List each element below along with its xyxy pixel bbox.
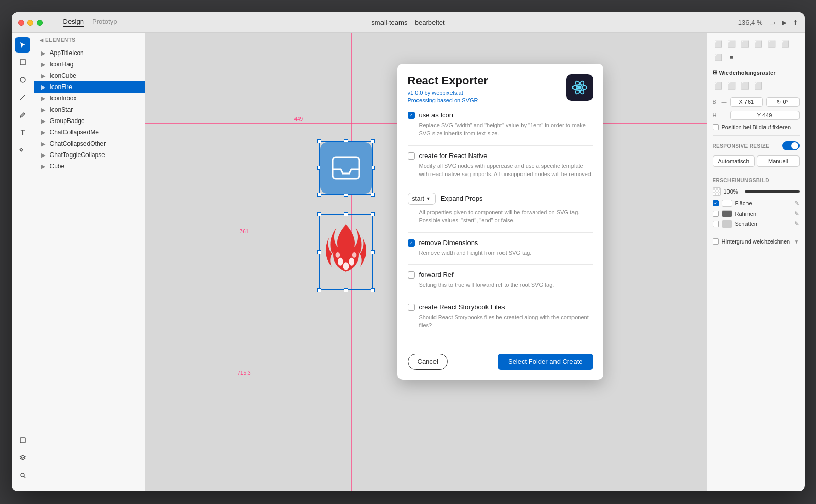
rahmen-swatch[interactable] (722, 210, 732, 217)
layer-item-app-title-icon[interactable]: ▶ AppTitleIcon (34, 47, 145, 59)
dash-icon: — (722, 99, 727, 105)
right-panel-toolbar: ⬜ ⬜ ⬜ ⬜ ⬜ ⬜ ⬜ ≡ (713, 38, 800, 63)
device-icon[interactable]: ▭ (769, 19, 775, 26)
responsive-resize-toggle[interactable] (782, 141, 800, 150)
search-tool[interactable] (15, 467, 30, 483)
h-label: H (713, 112, 719, 118)
y-field[interactable]: Y 449 (730, 111, 800, 120)
ellipse-tool[interactable] (15, 72, 30, 88)
layer-item-icon-flag[interactable]: ▶ IconFlag (34, 59, 145, 70)
opacity-fill (745, 190, 800, 193)
layer-item-icon-cube[interactable]: ▶ IconCube (34, 70, 145, 81)
tab-design[interactable]: Design (63, 18, 84, 27)
align-bottom-icon[interactable]: ⬜ (713, 51, 724, 63)
guide-label-715: 715,3 (237, 370, 250, 376)
option-desc: Modify all SVG nodes with uppercase and … (408, 162, 593, 179)
align-left-icon[interactable]: ⬜ (713, 38, 724, 49)
layer-item-chat-collapsed-other[interactable]: ▶ ChatCollapsedOther (34, 138, 145, 149)
option-use-as-icon: ✓ use as Icon Replace SVG "width" and "h… (408, 111, 593, 138)
align-top-icon[interactable]: ⬜ (766, 38, 777, 49)
rahmen-eyedropper[interactable]: ✎ (794, 210, 800, 217)
handle-tl[interactable] (317, 139, 321, 143)
expand-select[interactable]: start ▼ (408, 193, 436, 205)
flaeche-eyedropper[interactable]: ✎ (794, 200, 800, 207)
cancel-button[interactable]: Cancel (408, 354, 448, 370)
pen-tool[interactable] (15, 107, 30, 123)
bg-blur-chevron[interactable]: ▼ (794, 239, 800, 245)
option-title: create for React Native (419, 152, 488, 160)
flaeche-row: ✓ Fläche ✎ (713, 200, 800, 207)
grid-copy-1[interactable]: ⬜ (713, 80, 724, 91)
svg-point-11 (335, 252, 340, 258)
text-tool[interactable]: T (15, 125, 30, 140)
grid-copy-2[interactable]: ⬜ (726, 80, 737, 91)
fix-position-checkbox[interactable] (713, 124, 719, 130)
inbox-icon (320, 142, 372, 194)
layer-item-group-badge[interactable]: ▶ GroupBadge (34, 115, 145, 127)
select-folder-button[interactable]: Select Folder and Create (498, 354, 593, 370)
handle-br[interactable] (371, 193, 375, 197)
maximize-button[interactable] (37, 20, 43, 26)
layers-tool[interactable] (15, 450, 30, 465)
artboard-tool[interactable] (15, 432, 30, 448)
auto-button[interactable]: Automatisch (713, 155, 755, 167)
line-tool[interactable] (15, 90, 30, 105)
align-middle-icon[interactable]: ⬜ (779, 38, 791, 49)
option-header: ✓ remove Dimensions (408, 239, 593, 247)
handle-tr[interactable] (371, 139, 375, 143)
layer-item-icon-inbox[interactable]: ▶ IconInbox (34, 93, 145, 104)
grid-copy-4[interactable]: ⬜ (753, 80, 764, 91)
x-field[interactable]: X 761 (730, 97, 763, 107)
layer-item-chat-collapsed-me[interactable]: ▶ ChatCollapsedMe (34, 127, 145, 138)
layer-label: IconCube (50, 72, 76, 79)
svg-point-1 (20, 77, 25, 82)
handle-bl[interactable] (317, 193, 321, 197)
option-remove-dimensions: ✓ remove Dimensions Remove width and hei… (408, 239, 593, 257)
modal-subtitle-processing: Processing based on SVGR (408, 97, 489, 105)
divider (408, 264, 593, 265)
checkbox-storybook[interactable] (408, 304, 415, 311)
more-icon[interactable]: ≡ (726, 51, 737, 63)
layers-arrow[interactable]: ◀ (40, 38, 44, 43)
tab-prototyp[interactable]: Prototyp (92, 18, 117, 27)
layer-label: GroupBadge (50, 117, 85, 125)
share-icon[interactable]: ⬆ (793, 19, 798, 26)
checkbox-react-native[interactable] (408, 152, 415, 160)
option-title: use as Icon (419, 111, 454, 119)
window-title: small-teams – bearbeitet (371, 19, 444, 26)
minimize-button[interactable] (27, 20, 33, 26)
close-button[interactable] (18, 20, 24, 26)
flaeche-checkbox[interactable]: ✓ (713, 200, 719, 206)
grid-copy-3[interactable]: ⬜ (739, 80, 751, 91)
layer-item-cube[interactable]: ▶ Cube (34, 161, 145, 172)
zoom-level[interactable]: 136,4 % (738, 19, 763, 26)
distribute-icon[interactable]: ⬜ (753, 38, 764, 49)
position-row: B — X 761 ↻ 0° (713, 97, 800, 107)
titlebar-right: 136,4 % ▭ ▶ ⬆ (738, 19, 798, 26)
option-expand-props: start ▼ Expand Props All properties give… (408, 193, 593, 225)
folder-icon: ▶ (40, 163, 47, 170)
play-icon[interactable]: ▶ (782, 19, 787, 26)
bg-blur-checkbox[interactable] (713, 238, 719, 245)
checkbox-forward-ref[interactable] (408, 271, 415, 279)
schatten-eyedropper[interactable]: ✎ (794, 220, 800, 228)
layer-item-icon-fire[interactable]: ▶ IconFire (34, 81, 145, 93)
align-center-icon[interactable]: ⬜ (726, 38, 737, 49)
schatten-checkbox[interactable] (713, 221, 719, 227)
layer-label: ChatToggleCollapse (50, 151, 105, 159)
manual-button[interactable]: Manuell (757, 155, 800, 167)
layer-item-chat-toggle-collapse[interactable]: ▶ ChatToggleCollapse (34, 149, 145, 161)
checkbox-remove-dimensions[interactable]: ✓ (408, 239, 415, 247)
align-right-icon[interactable]: ⬜ (739, 38, 751, 49)
schatten-swatch[interactable] (722, 220, 732, 228)
rahmen-checkbox[interactable] (713, 211, 719, 217)
select-tool[interactable] (15, 37, 30, 53)
opacity-bar[interactable] (745, 190, 800, 193)
rectangle-tool[interactable] (15, 55, 30, 70)
component-tool[interactable] (15, 142, 30, 158)
dash-icon: — (722, 113, 727, 118)
rotation-field[interactable]: ↻ 0° (766, 97, 800, 107)
flaeche-swatch[interactable] (722, 200, 732, 207)
checkbox-use-as-icon[interactable]: ✓ (408, 112, 415, 119)
layer-item-icon-star[interactable]: ▶ IconStar (34, 104, 145, 115)
